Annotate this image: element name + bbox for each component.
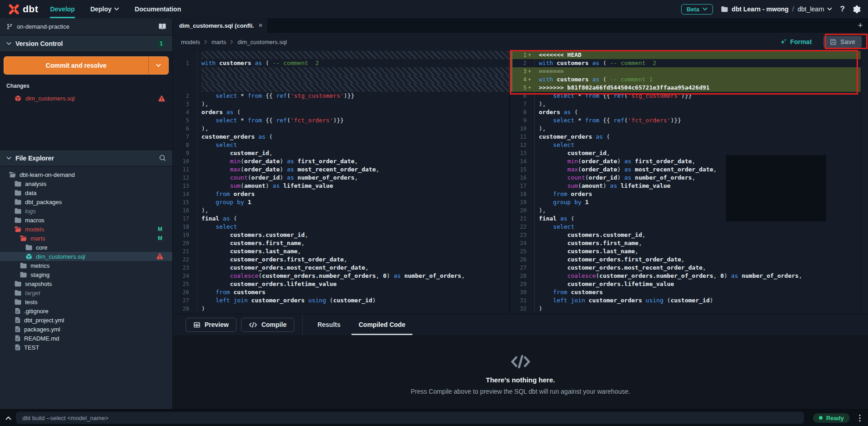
file-explorer-header[interactable]: File Explorer [0,150,172,166]
code-line[interactable]: 11customer_orders as ( [510,133,861,141]
code-line[interactable]: 31 left join customer_orders using (cust… [510,296,861,305]
code-line[interactable]: 4+with customers as ( -- comment 1 [510,75,861,84]
code-line[interactable]: 3), [173,100,509,108]
env-selector[interactable]: dbt_learn [798,5,832,13]
settings-gear-icon[interactable] [853,5,861,13]
save-button[interactable]: Save [823,36,862,48]
code-line[interactable]: 28 coalesce(customer_orders.number_of_or… [510,272,861,280]
tree-item--gitignore[interactable]: .gitignore [0,306,172,316]
code-line[interactable]: 22 customer_orders.first_order_date, [173,256,509,264]
code-line[interactable]: 24 customers.first_name, [510,239,861,247]
code-line[interactable]: 16), [173,206,509,215]
command-input[interactable] [16,412,804,424]
version-control-header[interactable]: Version Control 1 [0,35,172,52]
kebab-menu-icon[interactable] [857,414,863,422]
tree-item-core[interactable]: core [0,243,172,252]
code-line[interactable]: 6 select * from {{ ref('stg_customers')}… [510,92,861,100]
tab-dim-customers[interactable]: dim_customers.sql (confli... ✕ [173,18,267,33]
beta-dropdown[interactable]: Beta [681,4,713,15]
dbt-logo[interactable]: dbt [0,0,50,18]
code-hatch-row[interactable] [173,51,509,59]
new-tab-button[interactable]: + [853,18,868,33]
search-icon[interactable] [159,155,166,161]
tree-item-target[interactable]: target [0,288,172,297]
code-line[interactable]: 10 min(order_date) as first_order_date, [173,157,509,165]
tab-close-icon[interactable]: ✕ [258,22,263,29]
branch-selector[interactable]: on-demand-practice [0,18,172,35]
editor-scrollbar[interactable] [861,51,868,314]
tree-item-dbt-project-yml[interactable]: dbt_project.yml [0,316,172,325]
code-line[interactable]: 13 sum(amount) as lifetime_value [173,182,509,190]
code-line[interactable]: 9 select * from {{ ref('fct_orders')}} [510,116,861,125]
code-line[interactable]: 32) [510,305,861,313]
code-line[interactable]: 17final as ( [173,215,509,223]
nav-deploy[interactable]: Deploy [90,0,120,18]
tree-item-analysis[interactable]: analysis [0,179,172,188]
code-line[interactable]: 21 customers.last_name, [173,247,509,256]
code-line[interactable]: 1+<<<<<<< HEAD [510,51,861,59]
tree-item-models[interactable]: modelsM [0,225,172,234]
code-line[interactable]: 23 customer_orders.most_recent_order_dat… [173,264,509,272]
code-hatch-row[interactable] [173,84,509,92]
code-line[interactable]: 23 customers.customer_id, [510,231,861,239]
commit-and-resolve-button[interactable]: Commit and resolve [4,56,169,75]
format-button[interactable]: Format [780,38,812,45]
diff-pane-left[interactable]: 1with customers as ( -- comment 22 selec… [173,51,509,314]
code-hatch-row[interactable] [173,75,509,84]
code-line[interactable]: 3+======= [510,67,861,75]
tab-results[interactable]: Results [310,314,348,335]
changed-file-row[interactable]: dim_customers.sql [4,94,169,103]
tree-item-tests[interactable]: tests [0,297,172,306]
code-line[interactable]: 6), [173,125,509,133]
tree-item-data[interactable]: data [0,188,172,197]
code-line[interactable]: 19 customers.customer_id, [173,231,509,239]
code-line[interactable]: 15 group by 1 [173,198,509,206]
tree-item-test[interactable]: TEST [0,343,172,352]
code-line[interactable]: 28) [173,305,509,313]
code-line[interactable]: 10), [510,125,861,133]
code-line[interactable]: 2with customers as ( -- comment 2 [510,59,861,67]
code-line[interactable]: 4orders as ( [173,108,509,116]
code-line[interactable]: 30 from customers [510,288,861,296]
tree-item-staging[interactable]: staging [0,270,172,279]
nav-develop[interactable]: Develop [50,0,75,18]
tree-item-packages-yml[interactable]: packages.yml [0,325,172,334]
compile-button[interactable]: Compile [241,318,294,332]
code-line[interactable]: 8orders as ( [510,108,861,116]
code-line[interactable]: 12 count(order_id) as number_of_orders, [173,174,509,182]
tab-compiled-code[interactable]: Compiled Code [351,314,413,335]
code-line[interactable]: 27 left join customer_orders using (cust… [173,296,509,305]
breadcrumb-marts[interactable]: marts [211,39,226,45]
tree-item-macros[interactable]: macros [0,216,172,225]
code-line[interactable]: 20 customers.first_name, [173,239,509,247]
code-line[interactable]: 14 from orders [173,190,509,198]
tree-item-snapshots[interactable]: snapshots [0,279,172,288]
tree-item-dim-customers-sql[interactable]: dim_customers.sql [0,252,172,261]
code-line[interactable]: 9 customer_id, [173,149,509,157]
project-selector[interactable]: dbt Learn - mwong / dbt_learn [721,5,832,13]
diff-pane-right[interactable]: 1+<<<<<<< HEAD2with customers as ( -- co… [509,51,861,314]
code-line[interactable]: 27 customer_orders.most_recent_order_dat… [510,264,861,272]
code-line[interactable]: 25 customer_orders.lifetime_value [173,280,509,288]
help-button[interactable]: ? [840,5,845,14]
code-line[interactable]: 29 customer_orders.lifetime_value [510,280,861,288]
code-line[interactable]: 18 select [173,223,509,231]
breadcrumb-models[interactable]: models [181,39,200,45]
code-line[interactable]: 8 select [173,141,509,149]
code-line[interactable]: 12 select [510,141,861,149]
code-line[interactable]: 22 select [510,223,861,231]
code-line[interactable]: 24 coalesce(customer_orders.number_of_or… [173,272,509,280]
docs-book-icon[interactable] [159,23,166,30]
code-line[interactable]: 7customer_orders as ( [173,133,509,141]
tree-item-dbt-learn-on-demand[interactable]: dbt-learn-on-demand [0,170,172,179]
code-line[interactable]: 11 max(order_date) as most_recent_order_… [173,165,509,174]
tree-item-dbt-packages[interactable]: dbt_packages [0,197,172,206]
code-line[interactable]: 5 select * from {{ ref('fct_orders')}} [173,116,509,125]
breadcrumb-file[interactable]: dim_customers.sql [237,39,286,45]
code-line[interactable]: 26 customer_orders.first_order_date, [510,256,861,264]
nav-documentation[interactable]: Documentation [135,0,181,18]
tree-item-logs[interactable]: logs [0,206,172,216]
code-line[interactable]: 1with customers as ( -- comment 2 [173,59,509,67]
code-line[interactable]: 5+>>>>>>> b81f802a66fd544504c65721e3ffaa… [510,84,861,92]
tree-item-readme-md[interactable]: README.md [0,334,172,343]
